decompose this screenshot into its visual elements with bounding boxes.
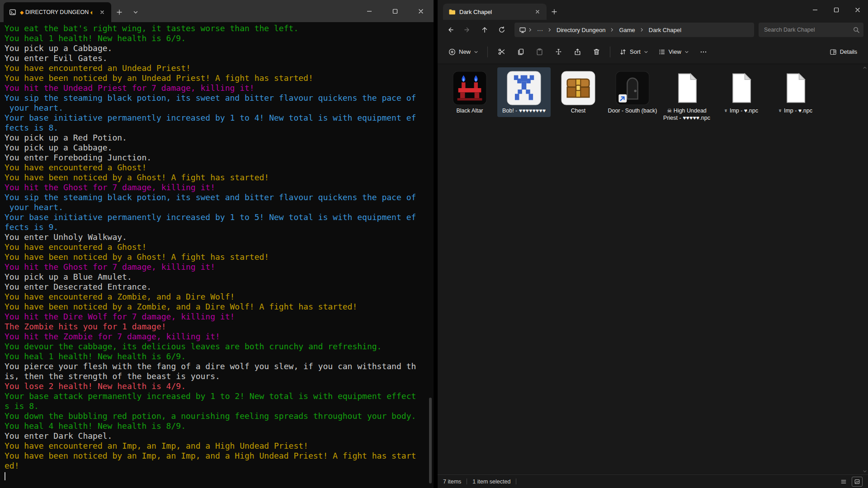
plus-circle-icon	[448, 48, 456, 56]
terminal-log-line: You down the bubbling red potion, a nour…	[5, 411, 434, 421]
terminal-log-line: ed!	[5, 461, 434, 471]
scroll-up-icon[interactable]	[863, 66, 867, 70]
terminal-log-line: You enter Dark Chapel.	[5, 431, 434, 441]
close-button[interactable]	[408, 0, 434, 22]
explorer-titlebar: Dark Chapel	[438, 0, 868, 20]
selection-count: 1 item selected	[472, 479, 510, 485]
breadcrumb-segment[interactable]: Directory Dungeon	[554, 26, 608, 34]
content-scrollbar[interactable]	[862, 65, 868, 474]
new-tab-button[interactable]	[111, 2, 127, 22]
refresh-button[interactable]	[494, 22, 510, 38]
diamond-icon: ◆	[20, 9, 24, 15]
rename-button[interactable]	[549, 44, 567, 60]
file-tile[interactable]: Chest	[552, 67, 605, 117]
sort-icon	[619, 48, 627, 56]
view-icon	[658, 48, 665, 56]
file-tile[interactable]: ♆ Imp - ♥.npc	[714, 67, 768, 117]
details-view-button[interactable]	[838, 477, 849, 487]
terminal-log-line: You enter Unholy Walkway.	[5, 232, 434, 242]
chevron-right-icon	[527, 27, 533, 33]
terminal-log-line: You sip the steaming black potion, its s…	[5, 93, 434, 103]
cut-button[interactable]	[492, 44, 510, 60]
terminal-log-line: You hit the Undead Priest for 7 damage, …	[5, 83, 434, 93]
explorer-window: Dark Chapel	[438, 0, 868, 488]
terminal-log-line: You pierce your flesh with the fang of a…	[5, 361, 434, 371]
diamond-icon: ◆	[90, 9, 92, 15]
large-icons-view-button[interactable]	[852, 477, 863, 487]
file-tile[interactable]: ♆ Imp - ♥.npc	[769, 67, 822, 117]
altar-icon	[452, 70, 487, 106]
breadcrumb-segment[interactable]: Dark Chapel	[646, 26, 684, 34]
breadcrumb-overflow[interactable]: ···	[534, 26, 546, 34]
search-box	[759, 23, 863, 37]
file-tile[interactable]: Black Altar	[443, 67, 496, 117]
delete-button[interactable]	[587, 44, 605, 60]
terminal-scrollbar[interactable]	[427, 22, 434, 488]
chevron-right-icon	[609, 27, 615, 33]
file-tile[interactable]: Bob! - ♥♥♥♥♥♥♥♥	[497, 67, 551, 117]
doc-icon	[669, 70, 704, 106]
forward-button[interactable]	[459, 22, 476, 38]
terminal-log-line: You eat the bat's right wing, it tastes …	[5, 23, 434, 33]
explorer-tab-close-icon[interactable]	[531, 5, 544, 18]
maximize-button[interactable]	[382, 0, 408, 22]
scrollbar-thumb[interactable]	[429, 398, 432, 483]
search-input[interactable]	[759, 23, 863, 37]
explorer-statusbar: 7 items 1 item selected	[438, 474, 868, 488]
terminal-output[interactable]: You eat the bat's right wing, it tastes …	[0, 22, 434, 488]
minimize-button[interactable]	[804, 0, 826, 20]
sort-button-label: Sort	[630, 48, 641, 55]
terminal-tab-close-icon[interactable]	[96, 6, 108, 19]
up-button[interactable]	[476, 22, 493, 38]
terminal-tab[interactable]: ◆ DIRECTORY DUNGEON ◆	[4, 2, 111, 22]
details-button[interactable]: Details	[825, 44, 862, 60]
sort-button[interactable]: Sort	[615, 44, 653, 60]
file-tile[interactable]: ☠ High Undead Priest - ♥♥♥♥♥.npc	[660, 67, 713, 124]
terminal-log-line: The Zombie hits you for 1 damage!	[5, 322, 434, 332]
breadcrumb-segment[interactable]: Game	[616, 26, 637, 34]
terminal-log-line: You lose 2 health! New health is 4/9.	[5, 381, 434, 391]
terminal-log-line: You have encountered a Ghost!	[5, 163, 434, 173]
details-button-label: Details	[840, 49, 857, 55]
terminal-log-line: You hit the Dire Wolf for 7 damage, kill…	[5, 312, 434, 322]
door-icon	[615, 70, 650, 106]
terminal-log-line: You heal 1 health! New health is 6/9.	[5, 352, 434, 361]
back-button[interactable]	[442, 22, 458, 38]
scroll-down-icon[interactable]	[863, 469, 867, 474]
more-button[interactable]	[694, 44, 712, 60]
file-label: ☠ High Undead Priest - ♥♥♥♥♥.npc	[661, 107, 712, 122]
minimize-button[interactable]	[356, 0, 382, 22]
terminal-log-line: You pick up a Cabbage.	[5, 143, 434, 153]
terminal-log-line: Your base initiative permanently increas…	[5, 113, 434, 123]
view-button[interactable]: View	[654, 44, 693, 60]
file-grid[interactable]: Black Altar Bob! - ♥♥♥♥♥♥♥♥ Chest	[438, 65, 862, 474]
terminal-log-line: You heal 4 health! New health is 8/9.	[5, 421, 434, 431]
terminal-log-line: You heal 1 health! New health is 6/9.	[5, 33, 434, 43]
file-label: ♆ Imp - ♥.npc	[778, 107, 812, 114]
new-button[interactable]: New	[444, 44, 483, 60]
paste-button[interactable]	[530, 44, 548, 60]
terminal-cursor	[5, 472, 5, 480]
close-button[interactable]	[847, 0, 868, 20]
this-pc-icon[interactable]	[519, 26, 526, 33]
explorer-tab[interactable]: Dark Chapel	[443, 4, 547, 20]
share-button[interactable]	[568, 44, 586, 60]
terminal-log-line: You have encountered an Undead Priest!	[5, 63, 434, 73]
file-tile[interactable]: Door - South (back)	[606, 67, 659, 117]
trash-icon	[593, 48, 600, 56]
toolbar-divider	[610, 47, 610, 57]
tab-dropdown-button[interactable]	[127, 2, 144, 22]
terminal-log-line: fects is 8.	[5, 123, 434, 133]
terminal-log-line: is, then the strength of the beast is yo…	[5, 371, 434, 381]
maximize-button[interactable]	[826, 0, 847, 20]
terminal-log-line: You have been noticed by an Undead Pries…	[5, 73, 434, 83]
breadcrumb: ··· Directory Dungeon Game Dark Chapel	[514, 23, 754, 37]
new-tab-button[interactable]	[547, 4, 562, 20]
terminal-log-line: You enter Foreboding Junction.	[5, 153, 434, 163]
terminal-log-line: You hit the Ghost for 7 damage, killing …	[5, 183, 434, 192]
terminal-log-line: You enter Desecrated Entrance.	[5, 282, 434, 292]
copy-button[interactable]	[511, 44, 529, 60]
terminal-log-line: You have been noticed by a Zombie, and a…	[5, 302, 434, 312]
terminal-log-line: Your base initiative permanently increas…	[5, 212, 434, 222]
chevron-down-icon	[644, 50, 648, 54]
